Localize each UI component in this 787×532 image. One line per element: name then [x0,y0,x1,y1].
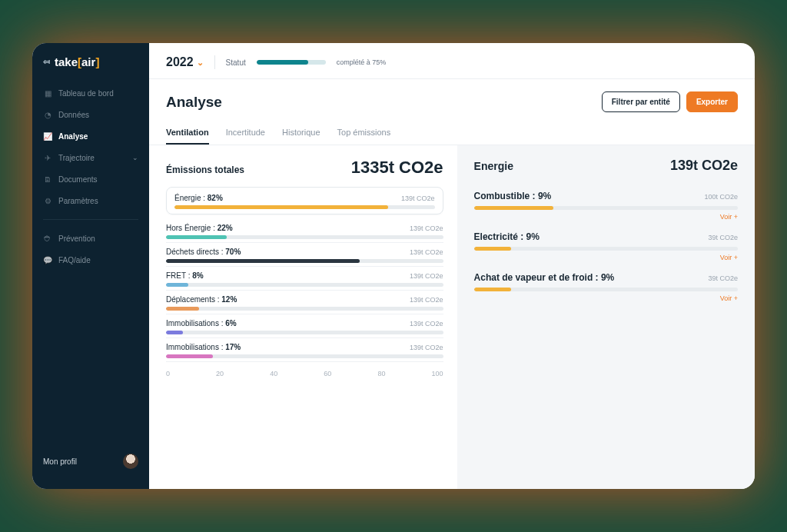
emission-bar [166,331,443,334]
emission-value: 139t CO2e [401,195,435,202]
energy-item-value: 100t CO2e [704,193,738,201]
sidebar-item-data[interactable]: ◔Données [32,104,149,125]
dashboard-icon: ▦ [43,88,52,98]
emission-row: Déplacements : 12% 139t CO2e [166,291,443,314]
divider [214,55,215,69]
bracket-close: ] [95,55,99,68]
sidebar-item-documents[interactable]: 🗎Documents [32,168,149,190]
status-progress [257,60,326,65]
emission-row: Hors Énergie : 22% 139t CO2e [166,219,443,243]
sidebar-item-trajectoire[interactable]: ✈Trajectoire⌄ [32,147,149,168]
emission-value: 139t CO2e [410,344,443,351]
energy-item-name: Achat de vapeur et de froid : 9% [474,272,615,283]
chart-icon: 📈 [43,131,52,141]
sidebar-item-label: FAQ/aide [58,256,91,264]
status-text: complété à 75% [337,58,387,66]
sidebar-item-label: Documents [58,175,98,184]
emission-bar [166,354,443,358]
axis-tick: 0 [166,370,170,377]
profile-label: Mon profil [43,457,77,466]
tab-top-emissions[interactable]: Top émissions [337,121,391,145]
energy-item: Combustible : 9% 100t CO2e Voir + [474,183,738,224]
emission-row[interactable]: Énergie : 82% 139t CO2e [166,187,443,214]
profile-row[interactable]: Mon profil [32,446,149,477]
sidebar-item-faq[interactable]: 💬FAQ/aide [32,249,149,271]
rocket-icon: ✈ [43,153,52,162]
status-label: Statut [226,58,246,67]
axis-tick: 80 [377,370,385,377]
emission-value: 139t CO2e [410,320,443,328]
right-panel-head: Energie 139t CO2e [474,158,738,174]
tab-historique[interactable]: Historique [282,121,320,145]
page-header: Analyse Filtrer par entité Exporter [149,79,755,117]
energy-item-name: Combustible : 9% [474,191,552,201]
emission-name: FRET : 8% [166,271,204,280]
tabs: Ventilation Incertitude Historique Top é… [149,117,755,145]
sliders-icon: ⚙ [43,196,52,205]
right-panel: Energie 139t CO2e Combustible : 9% 100t … [457,145,755,489]
sidebar-item-label: Tableau de bord [58,89,114,98]
energy-title: Energie [474,160,513,172]
energy-item-bar [474,288,738,291]
app-window: ⤆ take[air] ▦Tableau de bord ◔Données 📈A… [32,43,755,489]
emission-value: 139t CO2e [410,224,443,232]
voir-plus-link[interactable]: Voir + [474,291,738,302]
energy-item: Electricité : 9% 39t CO2e Voir + [474,224,738,264]
document-icon: 🗎 [43,175,52,184]
emission-value: 139t CO2e [410,272,443,280]
energy-item-name: Electricité : 9% [474,231,540,242]
shield-icon: ⛑ [43,234,52,243]
emission-value: 139t CO2e [410,248,443,256]
sidebar-item-label: Paramètres [58,197,98,205]
emission-row: FRET : 8% 139t CO2e [166,267,443,291]
emission-name: Hors Énergie : 22% [166,224,233,232]
energy-item-value: 39t CO2e [708,274,738,282]
nav-list-secondary: ⛑Prévention 💬FAQ/aide [32,228,149,271]
emission-bar [166,259,443,263]
tab-incertitude[interactable]: Incertitude [226,121,265,145]
collapse-icon[interactable]: ⤆ [43,57,50,67]
x-axis: 020406080100 [166,362,443,377]
export-button[interactable]: Exporter [686,91,738,112]
filter-button[interactable]: Filtrer par entité [602,91,680,112]
emissions-total: 1335t CO2e [351,158,443,178]
emission-name: Immobilisations : 6% [166,319,237,328]
emission-name: Énergie : 82% [174,194,223,202]
logo-text-mid: air [81,55,95,68]
nav-list: ▦Tableau de bord ◔Données 📈Analyse ✈Traj… [32,82,149,211]
emission-row: Immobilisations : 17% 139t CO2e [166,338,443,362]
year-value: 2022 [166,55,194,69]
chevron-down-icon: ⌄ [132,154,138,161]
axis-tick: 40 [270,370,277,377]
database-icon: ◔ [43,110,52,119]
emissions-title: Émissions totales [166,165,244,175]
axis-tick: 100 [432,370,443,377]
sidebar-item-prevention[interactable]: ⛑Prévention [32,228,149,249]
emission-bar [166,235,443,239]
emission-name: Déplacements : 12% [166,295,237,304]
emission-name: Déchets directs : 70% [166,248,241,256]
emission-name: Immobilisations : 17% [166,343,241,351]
energy-total: 139t CO2e [670,158,738,174]
topbar: 2022 ⌄ Statut complété à 75% [149,43,755,79]
emission-row: Immobilisations : 6% 139t CO2e [166,314,443,338]
sidebar-item-dashboard[interactable]: ▦Tableau de bord [32,82,149,104]
sidebar-item-analyse[interactable]: 📈Analyse [32,125,149,147]
logo-text: take [55,55,78,68]
sidebar-item-label: Données [58,111,89,119]
panels: Émissions totales 1335t CO2e Énergie : 8… [149,145,755,489]
energy-item-bar [474,247,738,251]
page-title: Analyse [166,94,222,111]
chat-icon: 💬 [43,255,52,264]
tab-ventilation[interactable]: Ventilation [166,121,209,145]
energy-item-bar [474,206,738,210]
year-selector[interactable]: 2022 ⌄ [166,55,204,69]
voir-plus-link[interactable]: Voir + [474,251,738,261]
sidebar-item-label: Prévention [58,234,95,243]
emission-bar [166,307,443,311]
sidebar-item-parametres[interactable]: ⚙Paramètres [32,190,149,211]
voir-plus-link[interactable]: Voir + [474,210,738,221]
energy-item: Achat de vapeur et de froid : 9% 39t CO2… [474,264,738,305]
emission-bar [166,283,443,287]
sidebar: ⤆ take[air] ▦Tableau de bord ◔Données 📈A… [32,43,149,489]
